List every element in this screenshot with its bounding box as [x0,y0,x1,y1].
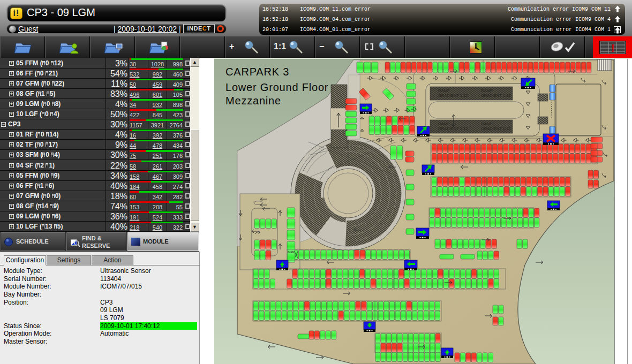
svg-text:!: ! [611,42,615,54]
svg-text:Mezzanine: Mezzanine [225,95,281,107]
svg-text:RAMP: RAMP [438,88,450,93]
svg-text:RAMP: RAMP [481,88,493,93]
svg-text:CARPARK 3: CARPARK 3 [225,66,289,78]
svg-text:Lower Ground Floor: Lower Ground Floor [225,81,328,93]
svg-text:RAMP: RAMP [481,122,493,126]
svg-text:GRADIENT 1:12: GRADIENT 1:12 [438,126,468,131]
svg-text:GRADIENT 1:12: GRADIENT 1:12 [438,93,468,98]
svg-text:RAMP: RAMP [438,122,450,126]
svg-text:GRADIENT 1:12: GRADIENT 1:12 [481,93,510,98]
svg-text:GRADIENT 1:12: GRADIENT 1:12 [481,126,510,131]
